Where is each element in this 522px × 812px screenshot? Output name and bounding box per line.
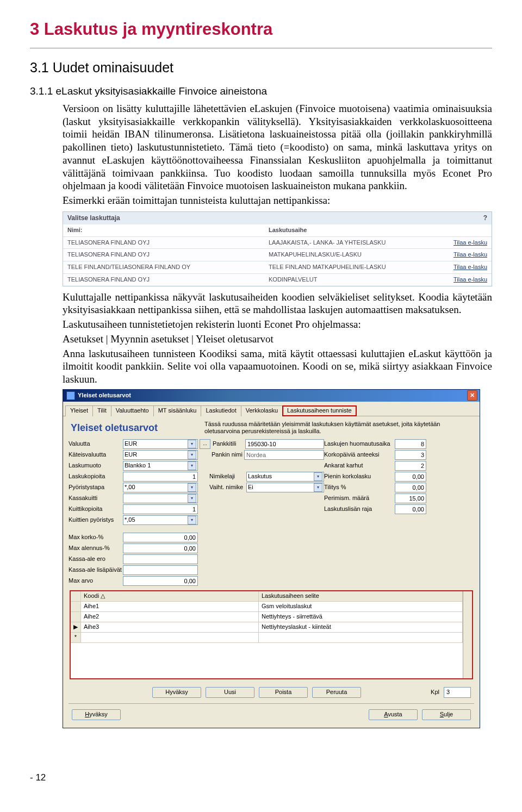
field-label: Kassa-ale lisäpäivät bbox=[69, 566, 123, 574]
field-label: Laskujen huomautusaika bbox=[324, 440, 395, 448]
tab-mt-sisaanluku[interactable]: MT sisäänluku bbox=[153, 405, 202, 416]
pankin-nimi-readonly: Nordea bbox=[244, 450, 324, 460]
field-label: Pienin korkolasku bbox=[324, 473, 395, 480]
cell-selite[interactable]: Gsm veloituslaskut bbox=[259, 602, 463, 611]
vaiht-nimike-select[interactable]: Ei▾ bbox=[246, 483, 324, 492]
table-row: TELIASONERA FINLAND OYJ MATKAPUHELINLASK… bbox=[63, 248, 492, 261]
form-column-3: Laskujen huomautusaika8 Korkopäiviä ante… bbox=[324, 439, 474, 587]
ankarat-karhut-input[interactable]: 2 bbox=[395, 461, 426, 471]
cell-koodi[interactable]: Aihe1 bbox=[81, 602, 259, 611]
huomautusaika-input[interactable]: 8 bbox=[395, 439, 426, 449]
cell-selite[interactable]: Nettiyhteys - siirrettävä bbox=[259, 612, 463, 622]
order-elasku-link[interactable]: Tilaa e-lasku bbox=[433, 239, 487, 247]
field-label: Laskutuslisän raja bbox=[324, 505, 395, 513]
kassakuitti-select[interactable]: ▾ bbox=[123, 494, 198, 503]
cell-nimi: TELIASONERA FINLAND OYJ bbox=[67, 276, 269, 284]
max-korko-input[interactable]: 0,00 bbox=[123, 533, 198, 542]
accept-inner-button[interactable]: Hyväksy bbox=[152, 687, 201, 698]
field-label: Pyöristystapa bbox=[69, 484, 123, 491]
korkopaivia-input[interactable]: 3 bbox=[395, 450, 426, 460]
order-elasku-link[interactable]: Tilaa e-lasku bbox=[433, 264, 487, 271]
field-label: Max korko-% bbox=[69, 534, 123, 541]
tab-laskutiedot[interactable]: Laskutiedot bbox=[201, 405, 241, 416]
laskutuslisan-raja-input[interactable]: 0,00 bbox=[395, 504, 426, 514]
field-label: Max arvo bbox=[69, 577, 123, 585]
help-icon[interactable]: ? bbox=[483, 214, 487, 222]
new-button[interactable]: Uusi bbox=[206, 687, 254, 698]
cell-koodi[interactable]: Aihe3 bbox=[81, 622, 259, 632]
dialog-description: Tässä ruudussa määritetään yleisimmät la… bbox=[204, 421, 474, 440]
max-arvo-input[interactable]: 0,00 bbox=[123, 576, 198, 586]
divider bbox=[30, 48, 492, 48]
laskukopioita-input[interactable]: 1 bbox=[123, 472, 198, 482]
row-marker bbox=[71, 612, 81, 622]
kuittien-pyoristys-select[interactable]: *,05▾ bbox=[123, 515, 198, 525]
browse-button[interactable]: ... bbox=[200, 439, 210, 449]
grid-row[interactable]: Aihe2 Nettiyhteys - siirrettävä bbox=[71, 612, 463, 622]
tab-laskutusaiheen-tunniste[interactable]: Laskutusaiheen tunniste bbox=[282, 405, 357, 416]
tab-valuuttaehto[interactable]: Valuuttaehto bbox=[111, 405, 154, 416]
max-alennus-input[interactable]: 0,00 bbox=[123, 544, 198, 553]
cell-nimi: TELE FINLAND/TELIASONERA FINLAND OY bbox=[67, 264, 269, 271]
cell-aihe: LAAJAKAISTA,- LANKA- JA YHTEISLASKU bbox=[269, 239, 433, 247]
field-label: Kassa-ale ero bbox=[69, 555, 123, 563]
cell-koodi[interactable] bbox=[81, 633, 259, 642]
kpl-count: 3 bbox=[444, 687, 471, 698]
window-titlebar[interactable]: Yleiset oletusarvot ✕ bbox=[63, 390, 480, 402]
grid-header: Koodi △ Laskutusaiheen selite bbox=[71, 591, 463, 602]
tab-tilit[interactable]: Tilit bbox=[92, 405, 111, 416]
chevron-down-icon: ▾ bbox=[188, 440, 196, 448]
field-label: Pankkitili bbox=[210, 440, 245, 448]
cell-koodi[interactable]: Aihe2 bbox=[81, 612, 259, 622]
table-row: TELE FINLAND/TELIASONERA FINLAND OY TELE… bbox=[63, 261, 492, 273]
tab-verkkolasku[interactable]: Verkkolasku bbox=[241, 405, 283, 416]
close-button[interactable]: Sulje bbox=[422, 709, 471, 720]
cell-aihe: KODINPALVELUT bbox=[269, 276, 433, 284]
field-label: Laskukopioita bbox=[69, 473, 123, 480]
laskumuoto-select[interactable]: Blankko 1▾ bbox=[123, 461, 198, 471]
grid-row-new[interactable]: * bbox=[71, 633, 463, 643]
scrollbar[interactable] bbox=[463, 591, 472, 678]
field-label: Laskumuoto bbox=[69, 462, 123, 470]
chevron-down-icon: ▾ bbox=[314, 483, 322, 492]
nimikelaji-select[interactable]: Laskutus▾ bbox=[246, 472, 324, 482]
field-label: Perimism. määrä bbox=[324, 495, 395, 502]
column-header-selite[interactable]: Laskutusaiheen selite bbox=[259, 591, 463, 601]
tab-yleiset[interactable]: Yleiset bbox=[65, 405, 93, 416]
cell-selite[interactable]: Nettiyhteyslaskut - kiinteät bbox=[259, 622, 463, 632]
cell-selite[interactable] bbox=[259, 633, 463, 642]
grid-row[interactable]: Aihe1 Gsm veloituslaskut bbox=[71, 602, 463, 612]
kateisvaluutta-select[interactable]: EUR▾ bbox=[123, 450, 198, 460]
chevron-down-icon: ▾ bbox=[188, 483, 196, 492]
cell-aihe: TELE FINLAND MATKAPUHELIN/E-LASKU bbox=[269, 264, 433, 271]
page-number: - 12 bbox=[30, 772, 492, 783]
pyoristystapa-select[interactable]: *,00▾ bbox=[123, 483, 198, 492]
kuittikopioita-input[interactable]: 1 bbox=[123, 504, 198, 514]
close-icon[interactable]: ✕ bbox=[467, 390, 477, 401]
paragraph: Asetukset | Myynnin asetukset | Yleiset … bbox=[63, 333, 492, 346]
paragraph: Kuluttajalle nettipankissa näkyvät lasku… bbox=[63, 291, 492, 317]
chevron-down-icon: ▾ bbox=[188, 451, 196, 459]
kassa-ale-ero-input[interactable] bbox=[123, 554, 198, 564]
grid-row[interactable]: ▶ Aihe3 Nettiyhteyslaskut - kiinteät bbox=[71, 622, 463, 633]
paragraph: Laskutusaiheen tunnistetietojen rekister… bbox=[63, 318, 492, 331]
help-button[interactable]: Avusta bbox=[369, 709, 418, 720]
tilitys-input[interactable]: 0,00 bbox=[395, 483, 426, 492]
kassa-ale-lisapaivat-input[interactable] bbox=[123, 565, 198, 575]
order-elasku-link[interactable]: Tilaa e-lasku bbox=[433, 276, 487, 284]
table-row: TELIASONERA FINLAND OYJ KODINPALVELUT Ti… bbox=[63, 273, 492, 286]
chevron-down-icon: ▾ bbox=[314, 472, 322, 481]
subsection-title: 3.1.1 eLaskut yksityisasiakkaille Finvoi… bbox=[30, 85, 492, 98]
order-elasku-link[interactable]: Tilaa e-lasku bbox=[433, 251, 487, 259]
pienin-korkolasku-input[interactable]: 0,00 bbox=[395, 472, 426, 482]
cell-nimi: TELIASONERA FINLAND OYJ bbox=[67, 251, 269, 259]
column-header-koodi[interactable]: Koodi △ bbox=[81, 591, 259, 601]
cancel-button[interactable]: Peruuta bbox=[312, 687, 361, 698]
delete-button[interactable]: Poista bbox=[259, 687, 308, 698]
section-title: 3.1 Uudet ominaisuudet bbox=[30, 59, 492, 76]
valuutta-select[interactable]: EUR▾ bbox=[123, 439, 198, 449]
app-icon bbox=[66, 391, 75, 400]
accept-button[interactable]: Hyväksy bbox=[72, 709, 121, 720]
perimism-maara-input[interactable]: 15,00 bbox=[395, 494, 426, 503]
pankkitili-input[interactable]: 195030-10 bbox=[245, 439, 324, 449]
